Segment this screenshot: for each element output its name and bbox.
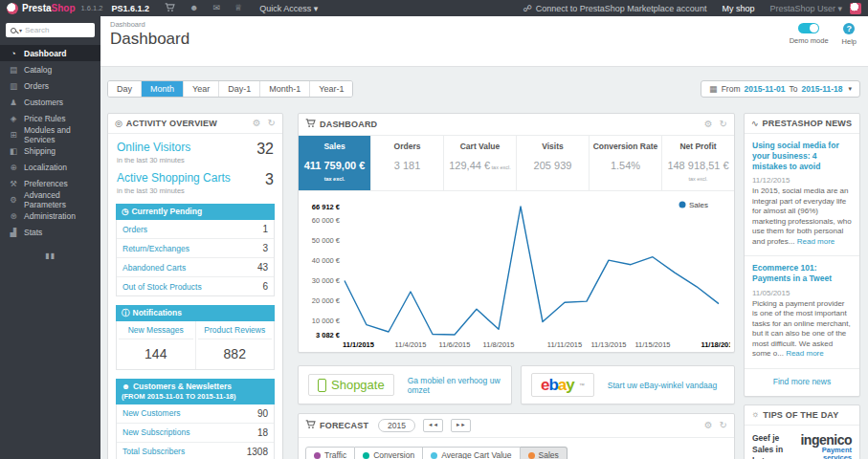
svg-text:3 082 €: 3 082 € bbox=[316, 331, 341, 339]
sidebar-item-label: Catalog bbox=[24, 65, 52, 75]
caret-down-icon: ▾ bbox=[314, 4, 319, 13]
orders-cart-icon[interactable] bbox=[165, 3, 175, 14]
breadcrumb[interactable]: Dashboard bbox=[110, 20, 858, 29]
range-button-year-1[interactable]: Year-1 bbox=[310, 81, 352, 97]
refresh-icon[interactable]: ↻ bbox=[720, 421, 727, 430]
kpi-tab-net-profit[interactable]: Net Profit148 918,51 € tax excl. bbox=[662, 136, 734, 190]
main-area: Dashboard Dashboard Demo mode ? Help Day… bbox=[100, 16, 868, 459]
new-customers-link[interactable]: New Customers bbox=[122, 408, 180, 418]
range-button-day-1[interactable]: Day-1 bbox=[219, 81, 260, 97]
kpi-value: 1.54% bbox=[591, 160, 659, 171]
search-input[interactable] bbox=[25, 26, 90, 34]
online-visitors-link[interactable]: Online Visitors bbox=[117, 141, 190, 154]
orders-link[interactable]: Orders bbox=[122, 225, 147, 234]
metric-label: Average Cart Value bbox=[441, 450, 511, 459]
sidebar-item-catalog[interactable]: ▤Catalog bbox=[0, 61, 100, 77]
news-item-title[interactable]: Using social media for your business: 4 … bbox=[752, 141, 852, 172]
sidebar-item-label: Orders bbox=[24, 81, 49, 91]
price-rules-icon: ◈ bbox=[9, 114, 18, 123]
search-scope-caret-icon[interactable]: ▾ bbox=[19, 27, 22, 33]
page-title: Dashboard bbox=[110, 30, 858, 49]
forecast-prev-button[interactable]: ◄◄ bbox=[423, 419, 443, 432]
range-button-month-1[interactable]: Month-1 bbox=[260, 81, 310, 97]
sidebar-item-price-rules[interactable]: ◈Price Rules bbox=[0, 110, 100, 126]
read-more-link[interactable]: Read more bbox=[786, 349, 824, 358]
sidebar-item-dashboard[interactable]: ◔Dashboard bbox=[0, 45, 100, 61]
new-subscriptions-link[interactable]: New Subscriptions bbox=[122, 427, 189, 437]
total-subscribers-link[interactable]: Total Subscribers bbox=[122, 447, 185, 456]
return-exchanges-value: 3 bbox=[262, 243, 268, 253]
range-button-day[interactable]: Day bbox=[108, 81, 142, 97]
gear-icon[interactable]: ⚙ bbox=[704, 421, 713, 430]
page-header: Dashboard Dashboard Demo mode ? Help bbox=[100, 16, 868, 67]
range-button-month[interactable]: Month bbox=[142, 81, 184, 97]
refresh-icon[interactable]: ↻ bbox=[268, 119, 276, 128]
forecast-metric-traffic[interactable]: Traffic bbox=[305, 447, 355, 459]
forecast-metric-conversion[interactable]: Conversion bbox=[355, 447, 423, 459]
user-menu[interactable]: PrestaShop User ▾ bbox=[769, 4, 842, 13]
prestashop-logo[interactable]: PrestaShop 1.6.1.2 bbox=[7, 3, 103, 14]
badges-trophy-icon[interactable]: ♕ bbox=[234, 4, 242, 12]
demo-mode-toggle[interactable] bbox=[798, 23, 819, 33]
shopgate-link[interactable]: Ga mobiel en verhoog uw omzet bbox=[408, 376, 501, 395]
user-avatar[interactable] bbox=[850, 3, 861, 14]
kpi-tab-sales[interactable]: Sales411 759,00 € tax excl. bbox=[299, 136, 371, 190]
kpi-tabs: Sales411 759,00 € tax excl.Orders3 181Ca… bbox=[299, 136, 734, 191]
product-reviews-link[interactable]: Product Reviews bbox=[198, 325, 273, 339]
customers-rows: New Customers90New Subscriptions18Total … bbox=[116, 404, 275, 459]
kpi-tab-visits[interactable]: Visits205 939 bbox=[517, 136, 590, 190]
forecast-next-button[interactable]: ►► bbox=[451, 419, 471, 432]
customers-person-icon[interactable]: ☻ bbox=[189, 4, 198, 12]
svg-text:11/6/2015: 11/6/2015 bbox=[439, 340, 471, 349]
range-button-year[interactable]: Year bbox=[184, 81, 219, 97]
sidebar-item-localization[interactable]: ⊕Localization bbox=[0, 159, 100, 175]
sidebar-item-advanced-parameters[interactable]: ⚙Advanced Parameters bbox=[0, 191, 100, 208]
sidebar-item-label: Shipping bbox=[24, 146, 56, 156]
sidebar-item-preferences[interactable]: ⚒Preferences bbox=[0, 175, 100, 191]
help-icon[interactable]: ? bbox=[843, 23, 855, 34]
svg-text:11/1/2015: 11/1/2015 bbox=[343, 340, 374, 349]
new-messages-link[interactable]: New Messages bbox=[119, 325, 193, 339]
kpi-value: 129,44 € tax excl. bbox=[446, 160, 514, 171]
sidebar-item-modules-and-services[interactable]: ⊞Modules and Services bbox=[0, 126, 100, 142]
table-row: New Subscriptions18 bbox=[117, 424, 274, 443]
currently-pending-section: ◷Currently Pending Orders1Return/Exchang… bbox=[116, 204, 275, 296]
out-of-stock-products-link[interactable]: Out of Stock Products bbox=[122, 282, 202, 292]
forecast-metric-sales[interactable]: Sales bbox=[521, 447, 568, 459]
ingenico-logo[interactable]: ingenico Payment services bbox=[800, 433, 852, 459]
kpi-tab-cart-value[interactable]: Cart Value129,44 € tax excl. bbox=[444, 136, 517, 190]
ebay-link[interactable]: Start uw eBay-winkel vandaag bbox=[608, 381, 717, 390]
active-carts-stat: Active Shopping Carts in the last 30 min… bbox=[108, 164, 282, 195]
news-item-title[interactable]: Ecommerce 101: Payments in a Tweet bbox=[752, 263, 852, 284]
messages-envelope-icon[interactable]: ✉ bbox=[213, 4, 221, 12]
quick-access-menu[interactable]: Quick Access ▾ bbox=[259, 4, 318, 13]
abandoned-carts-link[interactable]: Abandoned Carts bbox=[122, 263, 186, 273]
gear-icon[interactable]: ⚙ bbox=[253, 119, 261, 128]
kpi-tab-orders[interactable]: Orders3 181 bbox=[371, 136, 444, 190]
gear-icon[interactable]: ⚙ bbox=[704, 120, 713, 129]
forecast-metric-average-cart-value[interactable]: Average Cart Value bbox=[423, 447, 520, 459]
sidebar-item-orders[interactable]: ▥Orders bbox=[0, 77, 100, 94]
refresh-icon[interactable]: ↻ bbox=[720, 120, 727, 129]
ebay-logo[interactable]: ebay™ bbox=[531, 373, 594, 397]
my-shop-link[interactable]: My shop bbox=[722, 4, 754, 13]
return-exchanges-link[interactable]: Return/Exchanges bbox=[122, 244, 189, 253]
sidebar-item-customers[interactable]: ♟Customers bbox=[0, 94, 100, 110]
chart-legend[interactable]: Sales bbox=[679, 201, 709, 209]
sidebar-item-shipping[interactable]: ◧Shipping bbox=[0, 142, 100, 159]
collapse-menu-button[interactable]: ▮▮ bbox=[0, 251, 100, 260]
prestashop-logo-icon bbox=[7, 3, 18, 14]
news-item: Ecommerce 101: Payments in a Tweet11/05/… bbox=[745, 256, 859, 368]
marketplace-link[interactable]: ☍Connect to PrestaShop Marketplace accou… bbox=[523, 4, 707, 13]
read-more-link[interactable]: Read more bbox=[797, 237, 835, 246]
shopgate-logo[interactable]: Shopgate bbox=[308, 374, 394, 396]
traffic-dot-icon bbox=[314, 452, 321, 459]
kpi-tab-conversion-rate[interactable]: Conversion Rate1.54% bbox=[590, 136, 662, 190]
sidebar-item-administration[interactable]: ⊛Administration bbox=[0, 208, 100, 224]
search-icon[interactable] bbox=[11, 28, 16, 33]
metric-label: Traffic bbox=[324, 450, 346, 459]
sidebar-item-stats[interactable]: ▟Stats bbox=[0, 224, 100, 240]
active-carts-link[interactable]: Active Shopping Carts bbox=[117, 171, 231, 185]
date-range-picker[interactable]: ▦ From 2015-11-01 To 2015-11-18 ▾ bbox=[701, 80, 860, 98]
find-more-news-link[interactable]: Find more news bbox=[745, 369, 859, 396]
